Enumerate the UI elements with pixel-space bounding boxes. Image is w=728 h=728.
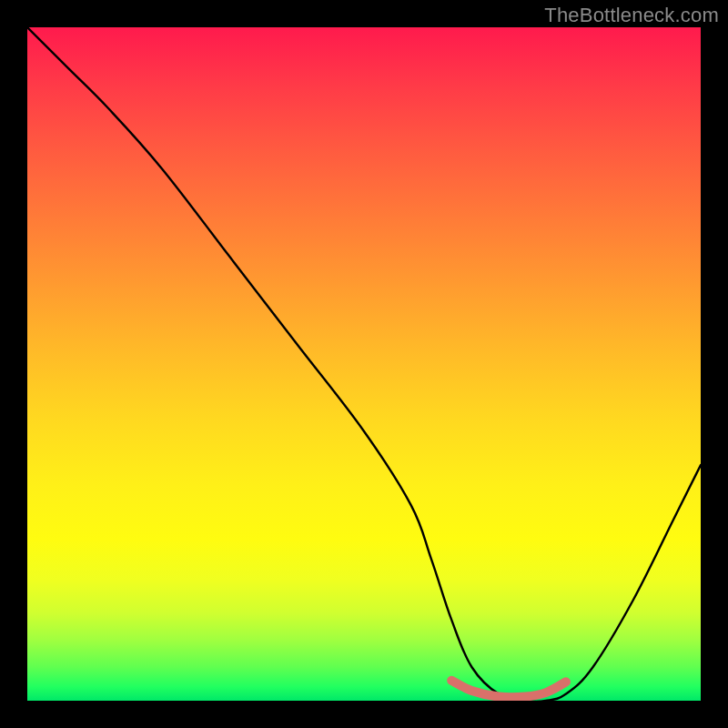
bottleneck-curve — [27, 27, 701, 701]
curve-layer — [27, 27, 701, 701]
flat-zone-highlight — [451, 681, 566, 698]
watermark-text: TheBottleneck.com — [544, 4, 719, 27]
plot-area — [27, 27, 701, 701]
chart-frame: TheBottleneck.com — [0, 0, 728, 728]
